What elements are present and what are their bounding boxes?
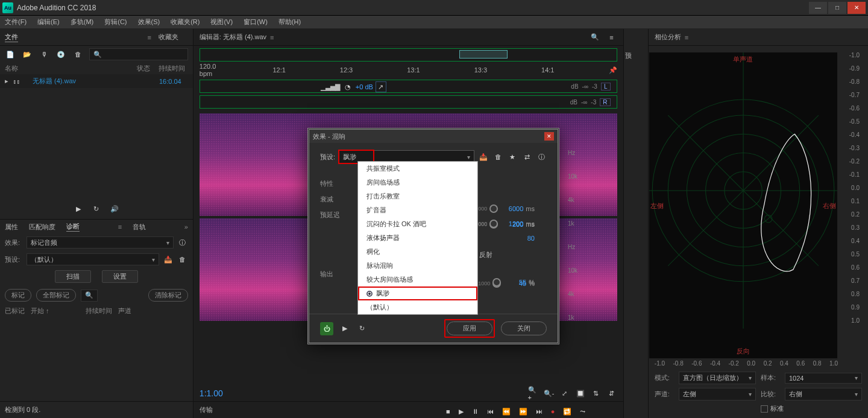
clock-icon[interactable]: ◔: [342, 81, 353, 92]
track-header-right[interactable]: dB -∞ -3 R: [200, 95, 617, 109]
maximize-button[interactable]: □: [828, 2, 846, 14]
skip-silence-icon[interactable]: ⤳: [580, 408, 585, 416]
menu-clip[interactable]: 剪辑(C): [104, 17, 127, 27]
tab-files[interactable]: 文件: [5, 33, 18, 42]
tab-track[interactable]: 音轨: [133, 223, 146, 232]
minimize-button[interactable]: —: [809, 2, 827, 14]
marker-search[interactable]: 🔍: [81, 290, 98, 302]
play-icon[interactable]: ▶: [459, 408, 464, 416]
close-window-button[interactable]: ✕: [848, 2, 866, 14]
expand-icon[interactable]: ▸: [5, 77, 8, 85]
zoom-tool-icon[interactable]: 🔍: [590, 32, 600, 43]
level-value[interactable]: +0 dB: [356, 83, 373, 90]
preset-select-left[interactable]: （默认） ▾: [27, 253, 159, 265]
tab-files-menu-icon[interactable]: ≡: [147, 34, 151, 41]
slider-value[interactable]: 80: [512, 235, 535, 242]
list-view-icon[interactable]: ≡: [606, 32, 617, 43]
effect-select[interactable]: 标记音频 ▾: [27, 236, 174, 249]
menu-view[interactable]: 视图(V): [210, 17, 233, 27]
preview-loop-icon[interactable]: ↻: [356, 323, 367, 334]
slider-knob[interactable]: [489, 220, 498, 228]
zoom-out-icon[interactable]: 🔍-: [544, 388, 555, 399]
favorite-icon[interactable]: ★: [507, 151, 518, 162]
new-file-icon[interactable]: 📄: [5, 49, 16, 60]
zoom-v-in-icon[interactable]: ⇅: [591, 388, 602, 399]
tab-loudness[interactable]: 匹配响度: [29, 223, 55, 232]
power-toggle[interactable]: ⏻: [320, 322, 333, 335]
mcol-duration[interactable]: 持续时间: [86, 306, 112, 315]
info-icon[interactable]: ⓘ: [177, 237, 188, 248]
preset-option[interactable]: 打击乐教室: [358, 189, 477, 203]
preview-play-icon[interactable]: ▶: [339, 323, 350, 334]
view-region-handle[interactable]: [459, 50, 508, 59]
zoom-fit-icon[interactable]: ⤢: [559, 388, 570, 399]
menu-favorites[interactable]: 收藏夹(R): [171, 17, 200, 27]
menu-effects[interactable]: 效果(S): [138, 17, 160, 27]
delete-preset-icon[interactable]: 🗑: [492, 151, 503, 162]
save-preset-icon[interactable]: 📥: [163, 254, 174, 265]
cd-icon[interactable]: 💿: [55, 49, 66, 60]
tab-properties[interactable]: 属性: [5, 223, 18, 232]
preset-option[interactable]: 较大房间临场感: [358, 273, 477, 287]
preset-option-selected[interactable]: 飘渺: [358, 287, 477, 300]
zoom-v-out-icon[interactable]: ⇵: [606, 388, 617, 399]
loop-icon[interactable]: ↻: [91, 203, 102, 214]
slider-knob[interactable]: [492, 278, 501, 287]
play-icon[interactable]: ▶: [73, 203, 84, 214]
compare-select[interactable]: 右侧▾: [785, 388, 862, 401]
info-icon[interactable]: ⓘ: [536, 151, 547, 162]
preset-option[interactable]: 脉动混响: [358, 259, 477, 273]
normalize-checkbox[interactable]: [761, 405, 768, 413]
loop-toggle-icon[interactable]: 🔁: [563, 408, 571, 416]
tab-diag-menu-icon[interactable]: ≡: [118, 223, 122, 230]
tab-favorites[interactable]: 收藏夹: [159, 33, 178, 42]
col-name[interactable]: 名称: [5, 64, 131, 73]
close-button[interactable]: 关闭: [501, 321, 547, 335]
menu-window[interactable]: 窗口(W): [244, 17, 268, 27]
track-header-left[interactable]: dB -∞ -3 L ▁▃▅▇ ◔ +0 dB ↗: [200, 80, 617, 93]
forward-icon[interactable]: ⏩: [519, 408, 527, 416]
preset-option[interactable]: 共振室模式: [358, 162, 477, 176]
zoom-sel-icon[interactable]: 🔲: [575, 388, 586, 399]
pin-icon[interactable]: 📌: [609, 65, 617, 75]
timecode-display[interactable]: 1:1.00: [200, 388, 223, 398]
samples-select[interactable]: 1024▾: [785, 373, 862, 384]
zoom-in-icon[interactable]: 🔍+: [528, 388, 539, 399]
clear-markers-button[interactable]: 清除标记: [148, 289, 188, 302]
mark-all-button[interactable]: 全部标记: [36, 289, 76, 302]
scan-button[interactable]: 扫描: [55, 270, 91, 283]
phase-scope[interactable]: 单声道 左侧 右侧 反向: [649, 52, 838, 359]
overview-timeline[interactable]: [200, 48, 617, 62]
open-file-icon[interactable]: 📂: [22, 49, 33, 60]
mcol-channel[interactable]: 声道: [118, 306, 131, 315]
menu-multitrack[interactable]: 多轨(M): [71, 17, 94, 27]
skip-end-icon[interactable]: ⏭: [536, 408, 542, 416]
file-row[interactable]: ▸ ⫾⫾ 无标题 (4).wav 16:0.04: [0, 74, 193, 88]
search-input[interactable]: 🔍: [89, 48, 188, 60]
preset-option[interactable]: 沉闷的卡拉 OK 酒吧: [358, 217, 477, 231]
preset-option[interactable]: 扩音器: [358, 203, 477, 217]
pause-icon[interactable]: ⏸: [472, 408, 479, 416]
delete-preset-icon[interactable]: 🗑: [177, 254, 188, 265]
time-ruler[interactable]: 120.0 bpm 12:1 12:3 13:1 13:3 14:1 📌: [193, 62, 623, 78]
menu-help[interactable]: 帮助(H): [278, 17, 301, 27]
dry-value[interactable]: 55: [503, 279, 526, 286]
mark-button[interactable]: 标记: [5, 289, 31, 302]
channel-right-badge[interactable]: R: [600, 98, 610, 106]
save-preset-icon[interactable]: 📥: [478, 151, 489, 162]
rewind-icon[interactable]: ⏪: [502, 408, 511, 416]
slider-value[interactable]: 1200: [500, 220, 523, 227]
phase-menu-icon[interactable]: ≡: [685, 34, 688, 41]
mode-select[interactable]: 直方图（日志缩放）▾: [679, 372, 756, 384]
compare-icon[interactable]: ⇄: [521, 151, 532, 162]
trash-icon[interactable]: 🗑: [72, 49, 83, 60]
expand-icon[interactable]: ↗: [376, 81, 386, 92]
stop-icon[interactable]: ■: [446, 408, 450, 416]
preset-option[interactable]: 房间临场感: [358, 176, 477, 189]
channel-left-badge[interactable]: L: [601, 83, 611, 90]
apply-button[interactable]: 应用: [447, 321, 492, 335]
mcol-start[interactable]: 开始 ↑: [31, 306, 49, 315]
skip-start-icon[interactable]: ⏮: [487, 408, 494, 416]
col-duration[interactable]: 持续时间: [156, 64, 188, 73]
menu-edit[interactable]: 编辑(E): [37, 17, 60, 27]
